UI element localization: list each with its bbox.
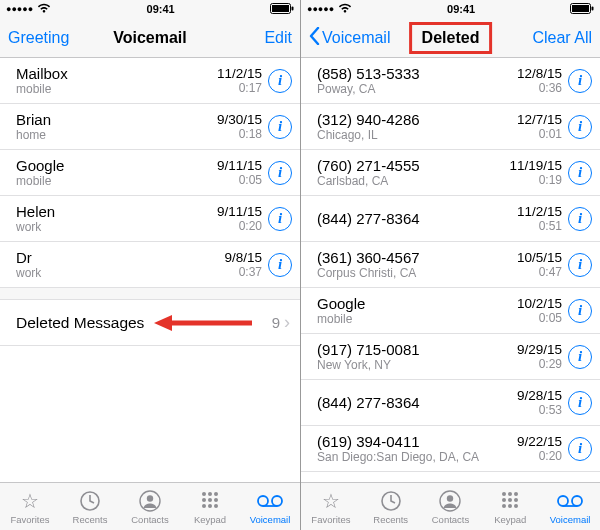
- annotation-arrow-icon: [154, 313, 254, 333]
- info-icon[interactable]: i: [568, 391, 592, 415]
- row-sub: mobile: [317, 312, 517, 326]
- voicemail-row[interactable]: Googlemobile10/2/150:05i: [301, 288, 600, 334]
- clock-icon: [380, 489, 402, 513]
- battery-icon: [570, 3, 594, 16]
- tab-voicemail[interactable]: Voicemail: [240, 483, 300, 530]
- row-duration: 0:20: [217, 219, 262, 233]
- svg-rect-21: [572, 5, 589, 12]
- voicemail-icon: [557, 489, 583, 513]
- info-icon[interactable]: i: [568, 345, 592, 369]
- star-icon: ☆: [322, 489, 340, 513]
- voicemail-list: Mailboxmobile 11/2/150:17 i Brianhome 9/…: [0, 58, 300, 482]
- status-bar: ●●●●● 09:41: [301, 0, 600, 18]
- row-sub: work: [16, 266, 224, 280]
- row-duration: 0:53: [517, 403, 562, 417]
- row-date: 11/19/15: [509, 158, 562, 174]
- row-name: (312) 940-4286: [317, 111, 517, 128]
- row-sub: San Diego:San Diego, DA, CA: [317, 450, 517, 464]
- svg-point-33: [508, 504, 512, 508]
- row-date: 12/8/15: [517, 66, 562, 82]
- svg-point-18: [272, 496, 282, 506]
- nav-clear-all-button[interactable]: Clear All: [522, 29, 592, 47]
- tab-keypad[interactable]: Keypad: [480, 483, 540, 530]
- row-date: 9/30/15: [217, 112, 262, 128]
- clock-icon: [79, 489, 101, 513]
- row-name: (760) 271-4555: [317, 157, 509, 174]
- voicemail-row[interactable]: (858) 513-5333Poway, CA12/8/150:36i: [301, 58, 600, 104]
- row-duration: 0:01: [517, 127, 562, 141]
- info-icon[interactable]: i: [568, 253, 592, 277]
- row-duration: 0:05: [217, 173, 262, 187]
- row-name: Mailbox: [16, 65, 217, 82]
- tab-contacts[interactable]: Contacts: [421, 483, 481, 530]
- voicemail-row[interactable]: (844) 277-83649/28/150:53i: [301, 380, 600, 426]
- nav-bar: Voicemail Deleted Clear All: [301, 18, 600, 58]
- nav-greeting-button[interactable]: Greeting: [8, 29, 78, 47]
- row-duration: 0:05: [517, 311, 562, 325]
- row-name: (619) 394-0411: [317, 433, 517, 450]
- info-icon[interactable]: i: [268, 207, 292, 231]
- tab-recents[interactable]: Recents: [60, 483, 120, 530]
- row-duration: 0:19: [509, 173, 562, 187]
- svg-rect-22: [591, 6, 593, 10]
- voicemail-row[interactable]: Brianhome 9/30/150:18 i: [0, 104, 300, 150]
- row-name: (844) 277-8364: [317, 210, 517, 227]
- voicemail-row[interactable]: (917) 715-0081New York, NY9/29/150:29i: [301, 334, 600, 380]
- status-bar: ●●●●● 09:41: [0, 0, 300, 18]
- tab-contacts[interactable]: Contacts: [120, 483, 180, 530]
- tab-voicemail[interactable]: Voicemail: [540, 483, 600, 530]
- screen-voicemail: ●●●●● 09:41 Greeting Voicemail Edit Mail…: [0, 0, 300, 530]
- voicemail-row[interactable]: Googlemobile 9/11/150:05 i: [0, 150, 300, 196]
- svg-point-17: [258, 496, 268, 506]
- nav-back-button[interactable]: Voicemail: [309, 27, 390, 49]
- row-duration: 0:36: [517, 81, 562, 95]
- tab-bar: ☆Favorites Recents Contacts Keypad Voice…: [301, 482, 600, 530]
- svg-point-14: [202, 504, 206, 508]
- row-name: Google: [16, 157, 217, 174]
- voicemail-row[interactable]: Drwork 9/8/150:37 i: [0, 242, 300, 288]
- nav-edit-button[interactable]: Edit: [222, 29, 292, 47]
- row-date: 9/29/15: [517, 342, 562, 358]
- info-icon[interactable]: i: [268, 69, 292, 93]
- svg-point-7: [147, 495, 153, 501]
- voicemail-row[interactable]: Mailboxmobile 11/2/150:17 i: [0, 58, 300, 104]
- info-icon[interactable]: i: [568, 299, 592, 323]
- info-icon[interactable]: i: [268, 253, 292, 277]
- deleted-count: 9: [272, 314, 280, 331]
- info-icon[interactable]: i: [568, 207, 592, 231]
- deleted-list: (858) 513-5333Poway, CA12/8/150:36i (312…: [301, 58, 600, 482]
- keypad-icon: [199, 489, 221, 513]
- voicemail-row[interactable]: (619) 394-0411San Diego:San Diego, DA, C…: [301, 426, 600, 472]
- tab-keypad[interactable]: Keypad: [180, 483, 240, 530]
- row-sub: Carlsbad, CA: [317, 174, 509, 188]
- tab-favorites[interactable]: ☆Favorites: [301, 483, 361, 530]
- info-icon[interactable]: i: [268, 161, 292, 185]
- deleted-messages-row[interactable]: Deleted Messages 9 ›: [0, 300, 300, 346]
- row-date: 9/28/15: [517, 388, 562, 404]
- svg-rect-1: [272, 5, 289, 12]
- signal-dots-icon: ●●●●●: [6, 4, 33, 14]
- voicemail-row[interactable]: (361) 360-4567Corpus Christi, CA10/5/150…: [301, 242, 600, 288]
- svg-point-11: [202, 498, 206, 502]
- row-sub: New York, NY: [317, 358, 517, 372]
- info-icon[interactable]: i: [568, 69, 592, 93]
- status-time: 09:41: [147, 3, 175, 15]
- svg-point-9: [208, 492, 212, 496]
- info-icon[interactable]: i: [268, 115, 292, 139]
- row-sub: Corpus Christi, CA: [317, 266, 517, 280]
- voicemail-row[interactable]: Helenwork 9/11/150:20 i: [0, 196, 300, 242]
- tab-favorites[interactable]: ☆Favorites: [0, 483, 60, 530]
- voicemail-row[interactable]: (844) 277-836411/2/150:51i: [301, 196, 600, 242]
- voicemail-row[interactable]: (312) 940-4286Chicago, IL12/7/150:01i: [301, 104, 600, 150]
- row-name: Google: [317, 295, 517, 312]
- tab-recents[interactable]: Recents: [361, 483, 421, 530]
- row-date: 9/22/15: [517, 434, 562, 450]
- info-icon[interactable]: i: [568, 115, 592, 139]
- row-date: 11/2/15: [217, 66, 262, 82]
- info-icon[interactable]: i: [568, 161, 592, 185]
- row-sub: mobile: [16, 174, 217, 188]
- voicemail-row[interactable]: (760) 271-4555Carlsbad, CA11/19/150:19i: [301, 150, 600, 196]
- row-date: 11/2/15: [517, 204, 562, 220]
- info-icon[interactable]: i: [568, 437, 592, 461]
- row-date: 9/11/15: [217, 204, 262, 220]
